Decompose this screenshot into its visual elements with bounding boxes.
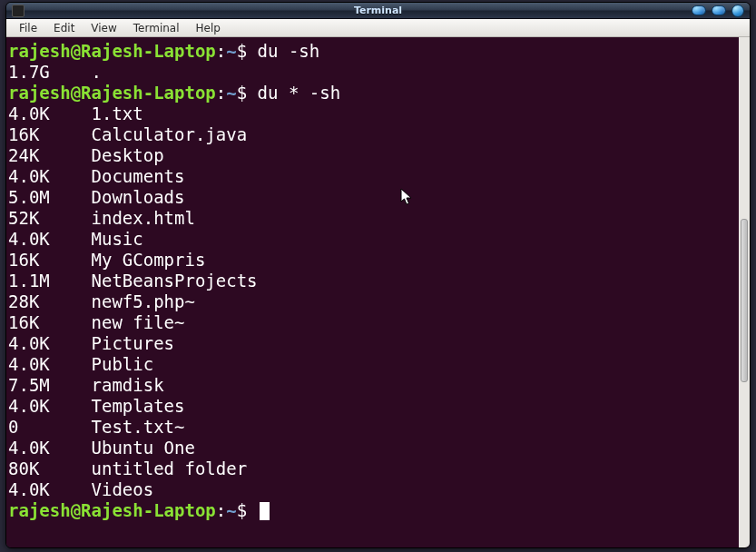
menu-edit[interactable]: Edit [46, 21, 82, 35]
minimize-button[interactable] [692, 5, 706, 15]
scrollbar-thumb[interactable] [741, 219, 748, 382]
window-titlebar[interactable]: Terminal [6, 3, 750, 19]
scrollbar-track[interactable] [739, 37, 750, 547]
menu-bar: File Edit View Terminal Help [6, 19, 750, 37]
terminal-window: Terminal File Edit View Terminal Help ra… [5, 2, 751, 548]
menu-file[interactable]: File [12, 21, 44, 35]
text-cursor [260, 502, 270, 520]
terminal-viewport[interactable]: rajesh@Rajesh-Laptop:~$ du -sh 1.7G . ra… [6, 37, 750, 547]
menu-terminal[interactable]: Terminal [126, 21, 187, 35]
menu-help[interactable]: Help [189, 21, 228, 35]
titlebar-left [12, 5, 25, 17]
menu-view[interactable]: View [83, 21, 123, 35]
maximize-button[interactable] [712, 5, 726, 15]
window-title: Terminal [354, 5, 402, 16]
terminal-output[interactable]: rajesh@Rajesh-Laptop:~$ du -sh 1.7G . ra… [6, 37, 739, 521]
titlebar-controls [692, 5, 744, 17]
terminal-scroll[interactable]: rajesh@Rajesh-Laptop:~$ du -sh 1.7G . ra… [6, 37, 739, 547]
app-icon [12, 5, 25, 17]
close-button[interactable] [731, 5, 744, 17]
